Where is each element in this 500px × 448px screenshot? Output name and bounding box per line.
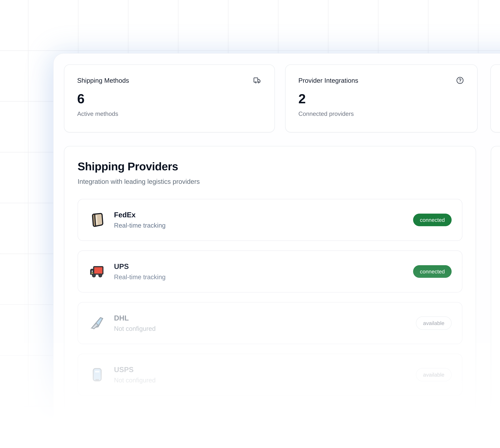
stat-value: 6 [77, 91, 262, 106]
providers-card-subtitle: Integration with leading legistics provi… [78, 178, 462, 185]
status-badge[interactable]: connected [413, 214, 452, 226]
status-badge[interactable]: available [416, 368, 452, 381]
provider-name: DHL [114, 314, 156, 322]
truck-icon [253, 76, 262, 85]
package-icon [88, 211, 106, 229]
provider-description: Not configured [114, 377, 156, 384]
stat-card-shipping-methods: Shipping Methods 6 Active methods [64, 64, 275, 132]
provider-name: FedEx [114, 211, 166, 219]
stat-title: Shipping Methods [77, 77, 129, 84]
provider-name: UPS [114, 262, 166, 271]
provider-description: Not configured [114, 325, 156, 332]
provider-description: Real-time tracking [114, 273, 166, 281]
provider-row-fedex[interactable]: FedEx Real-time tracking connected [78, 199, 462, 241]
shipping-settings-card: Shipping Settings Configure shipping opt… [491, 146, 500, 448]
stat-value: 2 [298, 91, 464, 106]
stat-subtitle: Connected providers [298, 110, 464, 117]
stat-title: Provider Integrations [298, 77, 358, 84]
delivery-truck-icon [88, 263, 106, 280]
status-badge[interactable]: available [416, 316, 452, 330]
shipping-dashboard: Shipping Methods 6 Active methods Provid… [0, 0, 500, 448]
provider-row-dhl[interactable]: DHL Not configured available [78, 302, 462, 344]
providers-card-title: Shipping Providers [78, 160, 462, 173]
postbox-icon [88, 366, 106, 384]
provider-name: USPS [114, 366, 156, 374]
stat-subtitle: Active methods [77, 110, 262, 117]
provider-list: FedEx Real-time tracking connected [65, 199, 476, 396]
settings-options: Automated Fate Calculation Calculate rat… [491, 200, 500, 324]
provider-row-usps[interactable]: USPS Not configured available [78, 354, 462, 396]
stat-card-provider-integrations: Provider Integrations 2 Connected provid… [285, 64, 478, 132]
stat-card-countries-served: Countries Served 45 Global teach [490, 64, 500, 132]
status-badge[interactable]: connected [413, 265, 452, 278]
airplane-icon [88, 314, 106, 332]
provider-row-ups[interactable]: UPS Real-time tracking connected [78, 251, 462, 292]
shipping-providers-card: Shipping Providers Integration with lead… [64, 146, 476, 448]
help-circle-icon[interactable] [456, 76, 464, 85]
provider-description: Real-time tracking [114, 222, 166, 229]
main-container: Shipping Methods 6 Active methods Provid… [53, 53, 500, 448]
